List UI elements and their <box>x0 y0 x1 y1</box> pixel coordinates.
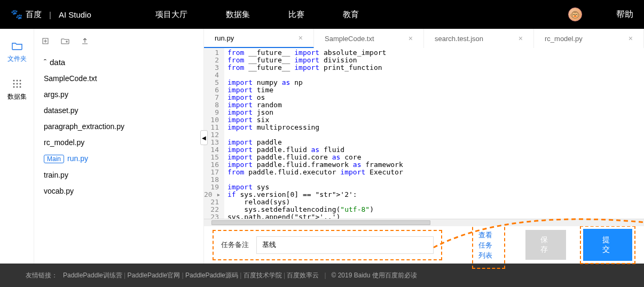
tab-search-test-json[interactable]: search.test.json× <box>424 29 534 48</box>
footer-link[interactable]: 百度技术学院 <box>244 272 282 279</box>
tab-rc_model-py[interactable]: rc_model.py× <box>534 29 644 48</box>
svg-point-1 <box>16 80 18 82</box>
nav-education[interactable]: 教育 <box>343 10 359 20</box>
baidu-paw-icon: 🐾 <box>11 9 22 20</box>
upload-icon[interactable] <box>81 37 89 46</box>
file-run-main[interactable]: Mainrun.py <box>42 150 196 167</box>
view-task-list-link[interactable]: 查看任务列表 <box>478 231 492 259</box>
chevron-up-icon: ˆ <box>44 58 46 67</box>
file-rc-model[interactable]: rc_model.py <box>42 134 196 150</box>
logo-brand: 百度 <box>26 10 42 20</box>
logo-separator: | <box>49 10 51 19</box>
svg-point-8 <box>19 86 21 88</box>
close-icon[interactable]: × <box>409 34 413 43</box>
editor-tabs: run.py×SampleCode.txt×search.test.json×r… <box>204 29 644 48</box>
file-vocab[interactable]: vocab.py <box>42 183 196 199</box>
footer-link[interactable]: PaddlePaddle官网 <box>128 272 180 279</box>
nav-competitions[interactable]: 比赛 <box>288 10 304 20</box>
footer-link[interactable]: 百度效率云 <box>287 272 319 279</box>
new-folder-icon[interactable] <box>61 37 69 46</box>
code-editor[interactable]: 1234567891011121314151617181920 ▸2122232… <box>204 48 644 219</box>
rail-files-label: 文件夹 <box>7 54 27 63</box>
help-link[interactable]: 帮助 <box>616 9 633 20</box>
submit-box: 提交 <box>580 226 635 264</box>
footer-link[interactable]: PaddlePaddle训练营 <box>63 272 122 279</box>
logo-product: AI Studio <box>59 10 91 19</box>
collapse-handle[interactable]: ◀ <box>200 130 208 145</box>
top-header: 🐾 百度 | AI Studio 项目大厅 数据集 比赛 教育 🐵 帮助 <box>0 0 644 29</box>
horizontal-scrollbar[interactable] <box>204 219 644 226</box>
tab-SampleCode-txt[interactable]: SampleCode.txt× <box>314 29 424 48</box>
rail-datasets-label: 数据集 <box>7 92 27 101</box>
rail-datasets[interactable]: 数据集 <box>7 78 27 101</box>
file-dataset[interactable]: dataset.py <box>42 102 196 118</box>
folder-name: data <box>50 58 65 67</box>
submit-button[interactable]: 提交 <box>583 229 632 261</box>
svg-point-6 <box>13 86 14 88</box>
close-icon[interactable]: × <box>299 34 303 42</box>
folder-icon <box>12 41 22 51</box>
left-rail: 文件夹 数据集 <box>0 29 34 264</box>
svg-point-0 <box>13 80 14 82</box>
footer-label: 友情链接： <box>26 271 58 280</box>
main: 文件夹 数据集 ˆ data SampleCode.txt args.py da… <box>0 29 644 264</box>
nav-projects[interactable]: 项目大厅 <box>155 10 187 20</box>
editor-area: ◀ run.py×SampleCode.txt×search.test.json… <box>204 29 644 264</box>
header-right: 🐵 帮助 <box>568 7 633 21</box>
main-tag: Main <box>44 155 64 163</box>
task-remark-box: 任务备注 <box>213 230 442 260</box>
footer-copyright: © 2019 Baidu 使用百度前必读 <box>332 271 417 280</box>
remark-label: 任务备注 <box>221 240 249 250</box>
file-paragraph-extraction[interactable]: paragraph_extraction.py <box>42 118 196 134</box>
grid-icon <box>12 78 22 89</box>
file-tree: ˆ data SampleCode.txt args.py dataset.py… <box>34 52 203 201</box>
svg-point-5 <box>19 83 21 85</box>
svg-point-7 <box>16 86 18 88</box>
close-icon[interactable]: × <box>519 34 523 43</box>
file-panel: ˆ data SampleCode.txt args.py dataset.py… <box>34 29 204 264</box>
view-task-list-box: 查看任务列表 <box>472 221 505 269</box>
logo[interactable]: 🐾 百度 | AI Studio <box>11 9 91 20</box>
avatar[interactable]: 🐵 <box>568 7 582 21</box>
footer: 友情链接： PaddlePaddle训练营 | PaddlePaddle官网 |… <box>0 264 644 287</box>
code-content[interactable]: from __future__ import absolute_importfr… <box>224 48 644 219</box>
file-train[interactable]: train.py <box>42 167 196 183</box>
footer-link[interactable]: PaddlePaddle源码 <box>185 272 238 279</box>
close-icon[interactable]: × <box>629 34 633 43</box>
rail-files[interactable]: 文件夹 <box>7 41 27 63</box>
file-toolbar <box>34 33 203 52</box>
svg-point-4 <box>16 83 18 85</box>
svg-point-2 <box>19 80 21 82</box>
nav-datasets[interactable]: 数据集 <box>226 10 250 20</box>
tab-run-py[interactable]: run.py× <box>204 29 314 48</box>
new-file-icon[interactable] <box>42 37 49 46</box>
top-nav: 项目大厅 数据集 比赛 教育 <box>155 10 359 20</box>
file-args[interactable]: args.py <box>42 86 196 102</box>
bottom-bar: 任务备注 查看任务列表 保存 提交 <box>204 226 644 264</box>
svg-point-3 <box>13 83 14 85</box>
file-samplecode[interactable]: SampleCode.txt <box>42 70 196 86</box>
remark-input[interactable] <box>256 236 434 254</box>
folder-data[interactable]: ˆ data <box>42 54 196 70</box>
main-file-name: run.py <box>67 154 88 163</box>
save-button[interactable]: 保存 <box>525 230 566 260</box>
